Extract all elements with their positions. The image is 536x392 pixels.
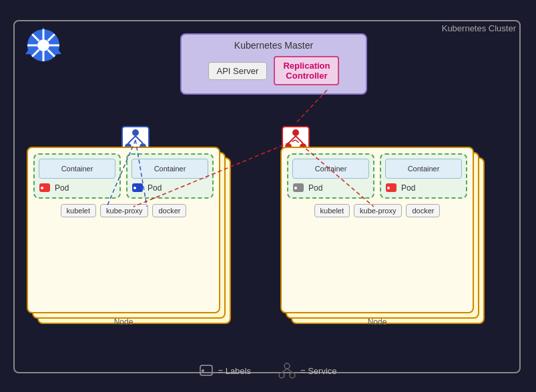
- api-server-box: API Server: [208, 62, 268, 80]
- left-node-stack: Container Pod Container: [27, 147, 227, 327]
- left-pod2-tag-icon: [131, 183, 145, 193]
- right-kubelet: kubelet: [314, 204, 350, 217]
- left-node-content: Container Pod Container: [27, 147, 220, 313]
- left-node-title: Node: [27, 317, 220, 327]
- left-pod2-container: Container: [131, 159, 208, 179]
- legend-labels: = Labels: [199, 365, 251, 377]
- right-pod2-tag-icon: [385, 183, 398, 193]
- main-container: Kubernetes Cluster Kubernetes Master API…: [0, 0, 536, 392]
- svg-point-13: [132, 129, 139, 136]
- legend-tag-icon: [199, 365, 214, 377]
- right-pod2-label: Pod: [401, 183, 415, 193]
- left-pod-2: Container Pod: [126, 153, 214, 199]
- master-inner: API Server ReplicationController: [190, 56, 358, 85]
- right-node-title: Node: [280, 317, 474, 327]
- left-pods-row: Container Pod Container: [33, 153, 214, 199]
- svg-point-31: [387, 187, 390, 189]
- right-pods-row: Container Pod Container: [287, 153, 467, 199]
- right-pod1-label-row: Pod: [292, 183, 369, 193]
- left-pod1-label-row: Pod: [39, 183, 115, 193]
- right-node-stack: Container Pod Container: [280, 147, 481, 327]
- svg-point-39: [284, 363, 290, 369]
- svg-point-11: [39, 41, 47, 49]
- legend: = Labels = Service: [199, 363, 336, 379]
- master-title: Kubernetes Master: [190, 40, 358, 51]
- left-kubelet: kubelet: [61, 204, 96, 217]
- right-node-bottom: kubelet kube-proxy docker: [287, 204, 467, 217]
- svg-line-42: [282, 369, 287, 373]
- svg-point-29: [294, 187, 297, 189]
- svg-point-19: [292, 129, 299, 136]
- right-pod1-tag-icon: [292, 183, 306, 193]
- right-docker: docker: [406, 204, 440, 217]
- left-pod1-container: Container: [39, 159, 115, 179]
- svg-point-40: [279, 373, 284, 378]
- replication-controller-box: ReplicationController: [274, 56, 339, 85]
- left-pod1-tag-icon: [39, 183, 52, 193]
- legend-labels-text: = Labels: [218, 366, 251, 376]
- left-kube-proxy: kube-proxy: [100, 204, 148, 217]
- kubernetes-logo: [23, 25, 63, 65]
- node-group-right: Container Pod Container: [280, 147, 501, 333]
- right-pod1-label: Pod: [308, 183, 322, 193]
- left-node-bottom: kubelet kube-proxy docker: [33, 204, 214, 217]
- left-pod1-label: Pod: [55, 183, 69, 193]
- svg-point-38: [201, 369, 204, 372]
- node-group-left: Container Pod Container: [27, 147, 247, 333]
- right-node-content: Container Pod Container: [280, 147, 474, 313]
- right-pod-2: Container Pod: [380, 153, 467, 199]
- left-pod2-label: Pod: [148, 183, 162, 193]
- master-box: Kubernetes Master API Server Replication…: [180, 33, 367, 95]
- right-pod-1: Container Pod: [287, 153, 374, 199]
- legend-service: = Service: [278, 363, 337, 379]
- left-docker: docker: [152, 204, 186, 217]
- svg-point-25: [41, 187, 43, 189]
- left-pod2-label-row: Pod: [131, 183, 208, 193]
- svg-point-41: [290, 373, 295, 378]
- svg-point-27: [133, 187, 136, 189]
- legend-service-text: = Service: [300, 366, 337, 376]
- left-pod-1: Container Pod: [33, 153, 121, 199]
- right-pod2-label-row: Pod: [385, 183, 462, 193]
- right-kube-proxy: kube-proxy: [354, 204, 402, 217]
- right-pod2-container: Container: [385, 159, 462, 179]
- svg-line-43: [287, 369, 292, 373]
- legend-service-icon: [278, 363, 296, 379]
- right-pod1-container: Container: [292, 159, 369, 179]
- cluster-label: Kubernetes Cluster: [442, 23, 516, 33]
